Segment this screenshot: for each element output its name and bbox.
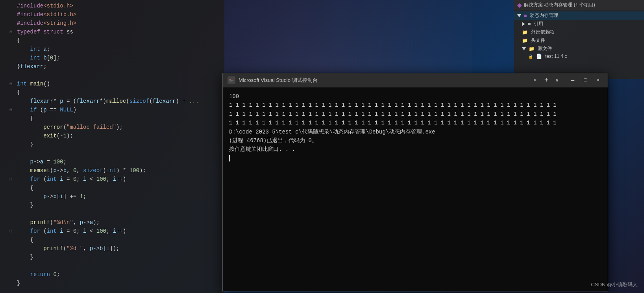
code-line: flexarr* p = (flexarr*)malloc(sizeof(fle… bbox=[0, 97, 224, 106]
code-line bbox=[0, 210, 224, 218]
terminal-cursor bbox=[229, 155, 230, 161]
line-code: int a; bbox=[14, 45, 224, 54]
file-label: test 11 4.c bbox=[545, 54, 567, 59]
line-code: p->a = 100; bbox=[14, 158, 224, 166]
line-code: #include<string.h> bbox=[14, 19, 224, 28]
minimize-button[interactable]: — bbox=[568, 77, 577, 83]
code-line: #include<string.h> bbox=[0, 19, 224, 28]
line-code: { bbox=[14, 236, 224, 244]
code-line: return 0; bbox=[0, 270, 224, 279]
terminal-output-line: D:\code_2023_5\test_c\代码随想录\动态内存管理\Debug… bbox=[229, 128, 601, 136]
watermark: CSDN @小镇敲码人 bbox=[591, 281, 638, 288]
tab-close-button[interactable]: × bbox=[531, 77, 539, 83]
external-deps-item[interactable]: 📁 外部依赖项 bbox=[514, 28, 644, 36]
code-line: #include<stdio.h> bbox=[0, 2, 224, 10]
external-label: 外部依赖项 bbox=[531, 29, 555, 35]
line-code: if (p == NULL) bbox=[14, 106, 224, 114]
collapse-button[interactable]: ⊟ bbox=[9, 106, 12, 114]
line-code bbox=[14, 261, 224, 270]
vs-icon: ◆ bbox=[517, 2, 522, 8]
line-code: { bbox=[14, 88, 224, 97]
terminal-output-line: 100 bbox=[229, 92, 601, 101]
code-line: { bbox=[0, 36, 224, 45]
expand-icon bbox=[517, 14, 521, 17]
terminal-output-line: 1 1 1 1 1 1 1 1 1 1 1 1 1 1 1 1 1 1 1 1 … bbox=[229, 119, 601, 127]
code-line: { bbox=[0, 88, 224, 97]
code-line: printf("%d ", p->b[i]); bbox=[0, 244, 224, 253]
line-code: for (int i = 0; i < 100; i++) bbox=[14, 175, 224, 184]
terminal-body: 100 1 1 1 1 1 1 1 1 1 1 1 1 1 1 1 1 1 1 … bbox=[223, 87, 608, 291]
terminal-output-line: 1 1 1 1 1 1 1 1 1 1 1 1 1 1 1 1 1 1 1 1 … bbox=[229, 101, 601, 109]
code-content: #include<stdio.h> #include<stdlib.h> #in… bbox=[0, 0, 224, 289]
solution-tree: ■ 动态内存管理 ■ 引用 📁 外部依赖项 📁 头文件 📁 源文件 🔒 📄 bbox=[514, 10, 644, 61]
code-line: } bbox=[0, 279, 224, 287]
code-line: p->b[i] += 1; bbox=[0, 192, 224, 201]
references-icon: ■ bbox=[528, 21, 531, 27]
line-code: #include<stdio.h> bbox=[14, 2, 224, 10]
line-code: } bbox=[14, 279, 224, 287]
maximize-button[interactable]: □ bbox=[581, 77, 590, 83]
tab-dropdown-button[interactable]: ∨ bbox=[554, 78, 560, 83]
references-label: 引用 bbox=[534, 20, 543, 27]
line-gutter: ⊟ bbox=[0, 175, 14, 184]
solution-explorer-title: 解决方案 动态内存管理 (1 个项目) bbox=[524, 2, 595, 8]
sources-item[interactable]: 📁 源文件 bbox=[514, 45, 644, 53]
project-item[interactable]: ■ 动态内存管理 bbox=[514, 11, 644, 20]
line-gutter: ⊟ bbox=[0, 106, 14, 114]
collapse-button[interactable]: ⊟ bbox=[9, 227, 12, 236]
collapse-button[interactable]: ⊟ bbox=[9, 28, 12, 36]
code-line bbox=[0, 149, 224, 158]
collapse-button[interactable]: ⊟ bbox=[9, 80, 12, 88]
close-window-button[interactable]: × bbox=[594, 77, 603, 83]
sources-icon: 📁 bbox=[529, 46, 535, 52]
terminal-cursor-line bbox=[229, 154, 601, 163]
code-editor: #include<stdio.h> #include<stdlib.h> #in… bbox=[0, 0, 224, 293]
line-code: flexarr* p = (flexarr*)malloc(sizeof(fle… bbox=[14, 97, 224, 106]
line-code: } bbox=[14, 140, 224, 149]
line-code: printf("%d\n", p->a); bbox=[14, 218, 224, 227]
code-line: { bbox=[0, 114, 224, 123]
code-line: perror("malloc failed"); bbox=[0, 123, 224, 132]
code-line: int b[0]; bbox=[0, 54, 224, 62]
code-line: ⊟ for (int i = 0; i < 100; i++) bbox=[0, 175, 224, 184]
sources-label: 源文件 bbox=[538, 45, 552, 52]
headers-label: 头文件 bbox=[531, 37, 545, 44]
line-code: return 0; bbox=[14, 270, 224, 279]
code-line: } bbox=[0, 140, 224, 149]
line-code: perror("malloc failed"); bbox=[14, 123, 224, 132]
code-line: { bbox=[0, 236, 224, 244]
solution-explorer-header: ◆ 解决方案 动态内存管理 (1 个项目) bbox=[514, 0, 644, 10]
svg-rect-2 bbox=[229, 80, 233, 81]
code-line: } bbox=[0, 253, 224, 261]
line-code bbox=[14, 149, 224, 158]
line-code: int b[0]; bbox=[14, 54, 224, 62]
window-controls: — □ × bbox=[568, 77, 603, 83]
line-code: #include<stdlib.h> bbox=[14, 10, 224, 19]
collapse-button[interactable]: ⊟ bbox=[9, 175, 12, 184]
line-code bbox=[14, 210, 224, 218]
line-code: }flexarr; bbox=[14, 62, 224, 71]
terminal-title: Microsoft Visual Studio 调试控制台 bbox=[239, 77, 527, 84]
line-code: { bbox=[14, 184, 224, 192]
headers-icon: 📁 bbox=[522, 38, 528, 43]
terminal-app-icon bbox=[228, 76, 235, 84]
svg-rect-3 bbox=[229, 82, 232, 82]
line-code: p->b[i] += 1; bbox=[14, 192, 224, 201]
code-line bbox=[0, 71, 224, 80]
line-code: printf("%d ", p->b[i]); bbox=[14, 244, 224, 253]
svg-rect-1 bbox=[229, 79, 231, 80]
code-line: ⊟ int main() bbox=[0, 80, 224, 88]
line-code: int main() bbox=[14, 80, 224, 88]
line-code: { bbox=[14, 36, 224, 45]
external-icon: 📁 bbox=[522, 30, 528, 35]
code-line: printf("%d\n", p->a); bbox=[0, 218, 224, 227]
line-code: memset(p->b, 0, sizeof(int) * 100); bbox=[14, 166, 224, 175]
code-line: ⊟ typedef struct ss bbox=[0, 28, 224, 36]
file-item[interactable]: 🔒 📄 test 11 4.c bbox=[514, 53, 644, 60]
tab-plus-button[interactable]: + bbox=[542, 76, 551, 84]
watermark-text: CSDN @小镇敲码人 bbox=[591, 282, 638, 287]
code-line: { bbox=[0, 184, 224, 192]
references-item[interactable]: ■ 引用 bbox=[514, 20, 644, 28]
code-line: #include<stdlib.h> bbox=[0, 10, 224, 19]
headers-item[interactable]: 📁 头文件 bbox=[514, 36, 644, 45]
